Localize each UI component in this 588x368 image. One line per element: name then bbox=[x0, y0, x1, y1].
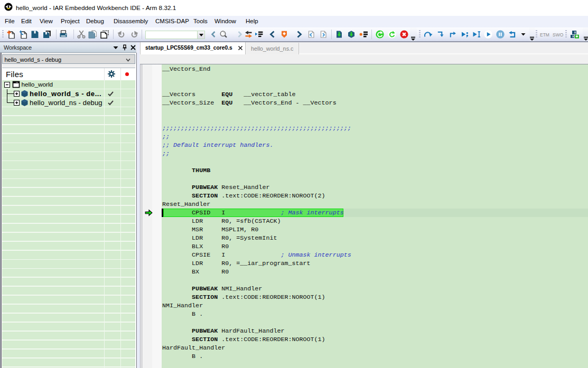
editor-fold-margin bbox=[152, 64, 162, 368]
copy-button[interactable] bbox=[88, 30, 97, 39]
chevron-down-icon bbox=[126, 58, 130, 62]
toolbar-divider bbox=[113, 30, 114, 39]
goto-button[interactable] bbox=[255, 30, 263, 39]
code-line-23: CPSIE I ; Unmask interrupts bbox=[162, 251, 588, 259]
quick-search-combobox[interactable] bbox=[145, 31, 205, 39]
step-into-button[interactable] bbox=[437, 30, 445, 39]
cut-button[interactable] bbox=[77, 30, 86, 39]
run-to-cursor-button[interactable] bbox=[472, 30, 481, 39]
breakpoints-window-button[interactable] bbox=[359, 30, 368, 39]
title-bar: hello_world - IAR Embedded Workbench IDE… bbox=[0, 0, 588, 16]
code-line-15: PUBWEAK Reset_Handler bbox=[162, 183, 588, 192]
save-all-button[interactable] bbox=[43, 30, 51, 39]
menu-item-tools[interactable]: Tools bbox=[193, 18, 208, 24]
menu-item-view[interactable]: View bbox=[40, 18, 53, 24]
menu-item-project[interactable]: Project bbox=[61, 18, 80, 24]
workspace-config-value: hello_world_s - debug bbox=[5, 56, 62, 63]
toolbar-grip bbox=[565, 30, 567, 39]
previous-topic-button[interactable] bbox=[268, 30, 277, 39]
next-topic-button[interactable] bbox=[295, 30, 303, 39]
menu-item-help[interactable]: Help bbox=[246, 18, 258, 24]
debug-without-downloading-button[interactable] bbox=[347, 30, 356, 39]
next-statement-button[interactable] bbox=[461, 30, 469, 39]
workspace-close-icon[interactable] bbox=[130, 44, 136, 51]
code-line-2 bbox=[162, 73, 588, 82]
download-and-debug-button[interactable] bbox=[335, 30, 343, 39]
tree-row-hello-world-s-de-[interactable]: hello_world_s - de... bbox=[2, 89, 135, 98]
code-line-5: __Vectors_Size EQU __Vectors_End - __Vec… bbox=[162, 99, 588, 107]
reset-button[interactable] bbox=[376, 30, 384, 39]
menu-item-disassembly[interactable]: Disassembly bbox=[114, 18, 148, 24]
etm-button[interactable]: ETM bbox=[540, 32, 549, 37]
workspace-menu-dropdown-icon[interactable] bbox=[113, 44, 119, 51]
iar-embedded-workbench-window: hello_world - IAR Embedded Workbench IDE… bbox=[0, 0, 588, 368]
iar-app-icon bbox=[4, 3, 13, 11]
code-line-9: ;; bbox=[162, 133, 588, 141]
column-divider bbox=[104, 68, 105, 80]
code-line-13: THUMB bbox=[162, 166, 588, 175]
quick-search-input[interactable] bbox=[146, 32, 197, 38]
find-next-button[interactable] bbox=[244, 30, 253, 39]
code-line-12 bbox=[162, 158, 588, 166]
stop-debugging-button[interactable] bbox=[508, 30, 517, 39]
tab-label: hello_world_ns.c bbox=[251, 45, 293, 52]
toolbar-grip bbox=[536, 30, 537, 39]
toolbar-overflow-button[interactable] bbox=[529, 27, 535, 42]
tab-startup-file[interactable]: startup_LPC55S69_cm33_core0.s bbox=[140, 42, 246, 54]
navigate-forward-button[interactable] bbox=[235, 30, 244, 39]
swo-button[interactable]: SWO bbox=[553, 32, 563, 37]
break-button[interactable] bbox=[400, 30, 408, 39]
code-line-14 bbox=[162, 175, 588, 183]
column-divider bbox=[120, 68, 122, 80]
code-line-30: B . bbox=[162, 310, 588, 318]
combobox-dropdown-icon[interactable] bbox=[197, 31, 204, 39]
code-line-7 bbox=[162, 116, 588, 124]
toolbar-overflow-button[interactable] bbox=[583, 27, 588, 42]
paste-button[interactable] bbox=[100, 30, 109, 39]
break-pause-button[interactable] bbox=[496, 30, 505, 39]
stop-debugging-dropdown-icon[interactable] bbox=[521, 30, 526, 39]
source-editor[interactable]: __Vectors_End__Vectors EQU __vector_tabl… bbox=[140, 64, 588, 368]
new-document-button[interactable] bbox=[7, 30, 15, 39]
previous-file-button[interactable] bbox=[307, 30, 315, 39]
code-line-25: BX R0 bbox=[162, 268, 588, 276]
tree-row-hello-world[interactable]: hello_world bbox=[2, 80, 135, 89]
build-options-gear-icon[interactable] bbox=[108, 70, 115, 78]
open-document-button[interactable] bbox=[19, 30, 27, 39]
step-over-button[interactable] bbox=[424, 30, 433, 39]
menu-item-cmsis-dap[interactable]: CMSIS-DAP bbox=[155, 18, 189, 24]
step-out-button[interactable] bbox=[449, 30, 457, 39]
pack-installer-button[interactable] bbox=[280, 30, 288, 39]
menu-item-edit[interactable]: Edit bbox=[21, 18, 32, 24]
menu-item-window[interactable]: Window bbox=[214, 18, 236, 24]
toolbar-divider bbox=[142, 30, 142, 39]
restart-debugger-button[interactable] bbox=[388, 30, 396, 39]
save-button[interactable] bbox=[31, 30, 39, 39]
menu-item-file[interactable]: File bbox=[5, 18, 15, 24]
resource-meter-button[interactable] bbox=[571, 30, 579, 39]
code-line-26 bbox=[162, 276, 588, 285]
menu-item-debug[interactable]: Debug bbox=[86, 18, 104, 24]
redo-button[interactable] bbox=[130, 30, 138, 39]
breakpoint-column-dot-icon[interactable] bbox=[125, 72, 129, 77]
find-button[interactable] bbox=[219, 30, 228, 39]
code-area[interactable]: __Vectors_End__Vectors EQU __vector_tabl… bbox=[162, 65, 588, 361]
next-file-button[interactable] bbox=[319, 30, 328, 39]
tab-close-icon[interactable] bbox=[238, 45, 243, 51]
code-line-16: SECTION .text:CODE:REORDER:NOROOT(2) bbox=[162, 192, 588, 200]
tree-row-hello-world-ns-debug[interactable]: hello_world_ns - debug bbox=[2, 98, 135, 107]
code-line-8: ;;;;;;;;;;;;;;;;;;;;;;;;;;;;;;;;;;;;;;;;… bbox=[162, 124, 588, 133]
workspace-pin-icon[interactable] bbox=[122, 44, 128, 51]
files-column-header[interactable]: Files bbox=[2, 68, 135, 80]
print-button[interactable] bbox=[59, 30, 68, 39]
tree-row-label: hello_world bbox=[22, 81, 53, 88]
go-button[interactable] bbox=[484, 30, 492, 39]
code-line-28: SECTION .text:CODE:REORDER:NOROOT(1) bbox=[162, 293, 588, 301]
undo-button[interactable] bbox=[117, 30, 126, 39]
workspace-panel-header[interactable]: Workspace bbox=[0, 42, 136, 53]
tab-hello-world-ns[interactable]: hello_world_ns.c bbox=[246, 43, 299, 54]
workspace-config-selector[interactable]: hello_world_s - debug bbox=[2, 54, 135, 64]
toolbar-overflow-button[interactable] bbox=[410, 27, 417, 42]
editor-tab-bar: startup_LPC55S69_cm33_core0.s hello_worl… bbox=[139, 42, 588, 54]
navigate-backward-button[interactable] bbox=[210, 30, 218, 39]
